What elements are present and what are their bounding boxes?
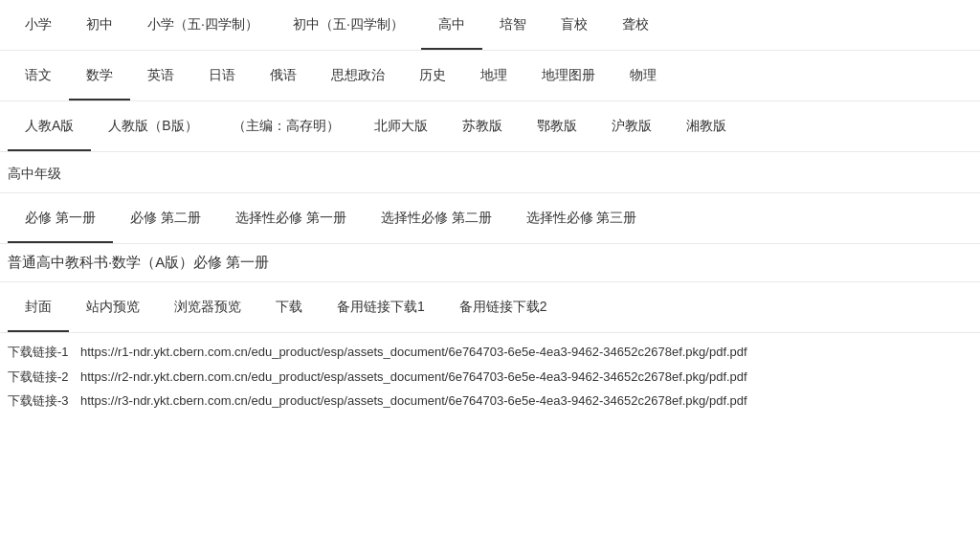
publisher-tab[interactable]: 苏教版 <box>445 101 520 151</box>
grade-label: 高中年级 <box>0 152 980 193</box>
download-link-line: 下载链接-3https://r3-ndr.ykt.cbern.com.cn/ed… <box>8 391 972 411</box>
school-type-row: 小学初中小学（五·四学制）初中（五·四学制）高中培智盲校聋校 <box>0 0 980 51</box>
download-link-label: 下载链接-3 <box>8 391 73 411</box>
download-link-line: 下载链接-2https://r2-ndr.ykt.cbern.com.cn/ed… <box>8 368 972 387</box>
action-tab[interactable]: 浏览器预览 <box>157 282 258 332</box>
grade-tab[interactable]: 选择性必修 第一册 <box>218 193 364 243</box>
subject-tab[interactable]: 思想政治 <box>314 51 402 100</box>
publisher-tab[interactable]: 北师大版 <box>357 101 445 151</box>
publisher-tab[interactable]: 湘教版 <box>669 101 744 151</box>
download-link-url[interactable]: https://r2-ndr.ykt.cbern.com.cn/edu_prod… <box>80 368 747 387</box>
grade-tab[interactable]: 必修 第二册 <box>113 193 218 243</box>
download-link-label: 下载链接-2 <box>8 368 73 387</box>
publisher-tab[interactable]: （主编：高存明） <box>215 101 357 151</box>
action-tab[interactable]: 下载 <box>258 282 320 332</box>
school-type-tab[interactable]: 培智 <box>482 0 544 50</box>
subject-tab[interactable]: 物理 <box>612 51 674 100</box>
action-tab[interactable]: 站内预览 <box>69 282 157 332</box>
publisher-row: 人教A版人教版（B版）（主编：高存明）北师大版苏教版鄂教版沪教版湘教版 <box>0 101 980 152</box>
action-tab[interactable]: 封面 <box>8 282 69 332</box>
subject-tab[interactable]: 俄语 <box>253 51 314 100</box>
grade-tab[interactable]: 必修 第一册 <box>8 193 113 243</box>
download-link-line: 下载链接-1https://r1-ndr.ykt.cbern.com.cn/ed… <box>8 343 972 362</box>
publisher-tab[interactable]: 人教版（B版） <box>91 101 214 151</box>
grade-row: 必修 第一册必修 第二册选择性必修 第一册选择性必修 第二册选择性必修 第三册 <box>0 193 980 244</box>
book-title: 普通高中教科书·数学（A版）必修 第一册 <box>0 244 980 282</box>
school-type-tab[interactable]: 盲校 <box>544 0 605 50</box>
grade-tab[interactable]: 选择性必修 第二册 <box>364 193 509 243</box>
school-type-tab[interactable]: 小学 <box>8 0 69 50</box>
subject-tab[interactable]: 历史 <box>402 51 463 100</box>
download-link-url[interactable]: https://r1-ndr.ykt.cbern.com.cn/edu_prod… <box>80 343 747 362</box>
school-type-tab[interactable]: 初中 <box>69 0 130 50</box>
download-link-url[interactable]: https://r3-ndr.ykt.cbern.com.cn/edu_prod… <box>80 391 747 411</box>
subject-tab[interactable]: 地理图册 <box>524 51 612 100</box>
subject-tab[interactable]: 日语 <box>191 51 253 100</box>
action-tab[interactable]: 备用链接下载1 <box>320 282 442 332</box>
subject-tab[interactable]: 英语 <box>130 51 191 100</box>
download-links-area: 下载链接-1https://r1-ndr.ykt.cbern.com.cn/ed… <box>0 333 980 426</box>
download-link-label: 下载链接-1 <box>8 343 73 362</box>
publisher-tab[interactable]: 人教A版 <box>8 101 91 151</box>
school-type-tab[interactable]: 聋校 <box>605 0 666 50</box>
action-tab[interactable]: 备用链接下载2 <box>442 282 565 332</box>
publisher-tab[interactable]: 鄂教版 <box>520 101 594 151</box>
subject-tab[interactable]: 数学 <box>69 51 130 100</box>
grade-tab[interactable]: 选择性必修 第三册 <box>509 193 655 243</box>
school-type-tab[interactable]: 小学（五·四学制） <box>130 0 276 50</box>
school-type-tab[interactable]: 高中 <box>421 0 482 50</box>
subject-tab[interactable]: 语文 <box>8 51 69 100</box>
subject-row: 语文数学英语日语俄语思想政治历史地理地理图册物理 <box>0 51 980 101</box>
action-row: 封面站内预览浏览器预览下载备用链接下载1备用链接下载2 <box>0 282 980 333</box>
publisher-tab[interactable]: 沪教版 <box>594 101 669 151</box>
school-type-tab[interactable]: 初中（五·四学制） <box>276 0 421 50</box>
subject-tab[interactable]: 地理 <box>463 51 524 100</box>
